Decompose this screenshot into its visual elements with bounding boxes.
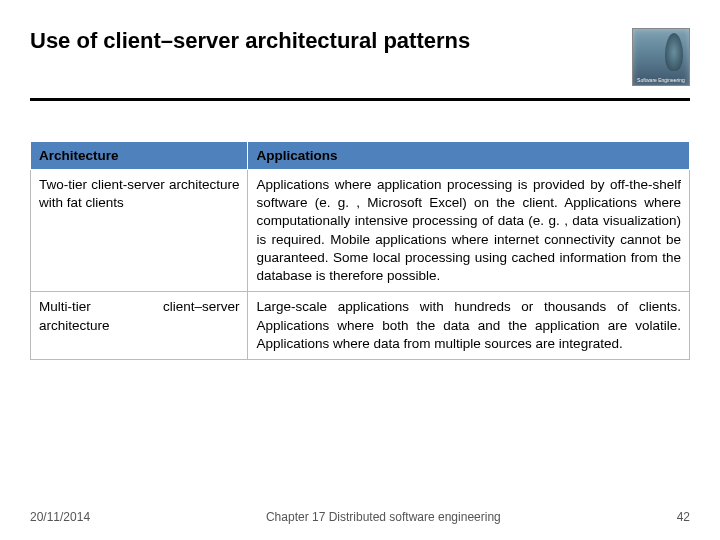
book-logo: Software Engineering <box>632 28 690 86</box>
apps-cell: Applications where application processin… <box>248 170 690 292</box>
header: Use of client–server architectural patte… <box>30 28 690 86</box>
slide-title: Use of client–server architectural patte… <box>30 28 470 54</box>
architecture-table: Architecture Applications Two-tier clien… <box>30 141 690 360</box>
footer: 20/11/2014 Chapter 17 Distributed softwa… <box>30 510 690 524</box>
arch-cell: Multi-tier client–server architecture <box>31 292 248 360</box>
arch-cell: Two-tier client-server architecture with… <box>31 170 248 292</box>
logo-caption: Software Engineering <box>635 77 687 83</box>
table-row: Multi-tier client–server architecture La… <box>31 292 690 360</box>
table-row: Two-tier client-server architecture with… <box>31 170 690 292</box>
slide: Use of client–server architectural patte… <box>0 0 720 540</box>
apps-cell: Large-scale applications with hundreds o… <box>248 292 690 360</box>
gherkin-icon <box>665 33 683 71</box>
footer-chapter: Chapter 17 Distributed software engineer… <box>90 510 677 524</box>
footer-date: 20/11/2014 <box>30 510 90 524</box>
col-applications: Applications <box>248 142 690 170</box>
col-architecture: Architecture <box>31 142 248 170</box>
footer-page: 42 <box>677 510 690 524</box>
title-rule <box>30 98 690 101</box>
table-header-row: Architecture Applications <box>31 142 690 170</box>
